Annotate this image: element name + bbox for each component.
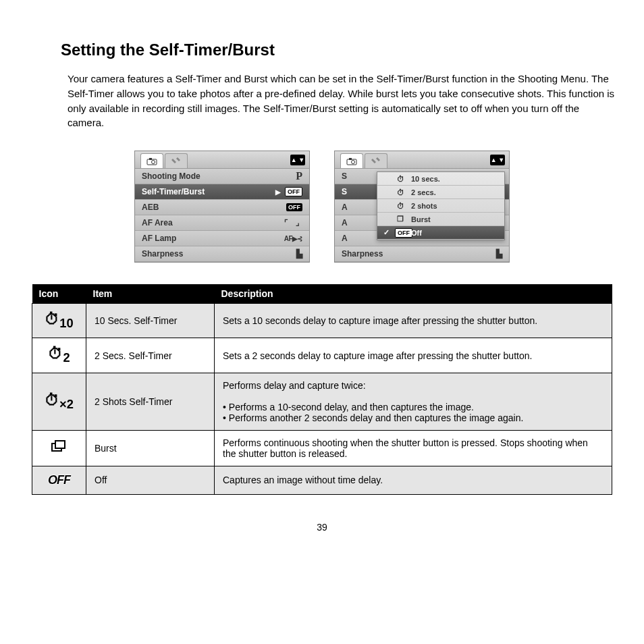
burst-icon: ❐ [395, 215, 406, 223]
af-area-icon: ⌜ ⌟ [284, 218, 302, 227]
menu-shooting-mode[interactable]: Shooting Mode P [135, 169, 309, 184]
wrench-icon [171, 157, 182, 166]
popup-option-burst[interactable]: ❐ Burst [377, 213, 504, 226]
table-row: Burst Performs continuous shooting when … [32, 430, 612, 466]
table-row: ⏱10 10 Secs. Self-Timer Sets a 10 second… [32, 304, 612, 338]
burst-icon [51, 439, 68, 456]
sharpness-icon: ▙ [496, 249, 502, 259]
svg-rect-4 [349, 158, 352, 160]
description-table: Icon Item Description ⏱10 10 Secs. Self-… [32, 284, 612, 495]
page-number: 39 [27, 522, 617, 533]
cell-desc: Performs continuous shooting when the sh… [215, 430, 612, 466]
svg-rect-7 [55, 441, 65, 448]
cell-desc: Sets a 10 seconds delay to capture image… [215, 304, 612, 338]
menu-sharpness-bg: Sharpness ▙ [335, 246, 509, 262]
timer-10-icon: ⏱ [395, 175, 406, 183]
timer-10-icon: ⏱10 [45, 311, 73, 327]
cell-item: Burst [86, 430, 215, 466]
tab-bar: ▲ ▼ [135, 151, 309, 169]
svg-point-5 [352, 160, 355, 163]
tab-setup[interactable] [365, 153, 387, 168]
cell-item: 2 Secs. Self-Timer [86, 338, 215, 373]
table-row: ⏱×2 2 Shots Self-Timer Performs delay an… [32, 373, 612, 430]
svg-point-2 [152, 160, 155, 163]
page-title: Setting the Self-Timer/Burst [61, 41, 617, 59]
cell-desc: Sets a 2 seconds delay to capture image … [215, 338, 612, 373]
th-desc: Description [215, 284, 612, 304]
cell-desc: Performs delay and capture twice: • Perf… [215, 373, 612, 430]
tab-camera[interactable] [340, 153, 363, 168]
tab-camera[interactable] [140, 153, 163, 168]
camera-icon [146, 157, 157, 165]
menu-label: AF Lamp [142, 234, 176, 243]
popup-label: 2 secs. [411, 188, 436, 196]
menu-label: Sharpness [142, 249, 183, 259]
self-timer-popup: ⏱ 10 secs. ⏱ 2 secs. ⏱ 2 shots ❐ Burst ✓… [377, 171, 505, 240]
menu-label: AF Area [142, 218, 173, 227]
timer-2shots-icon: ⏱×2 [45, 392, 74, 408]
check-icon: ✓ [383, 228, 390, 237]
menu-aeb[interactable]: AEB OFF [135, 200, 309, 215]
off-badge-icon: OFF [395, 228, 412, 238]
value-off-badge: OFF [286, 203, 302, 211]
popup-label: Burst [411, 215, 431, 223]
menu-label: Shooting Mode [142, 171, 200, 181]
tab-bar: ▲ ▼ [335, 151, 509, 169]
scroll-arrows[interactable]: ▲ ▼ [290, 155, 305, 165]
table-row: OFF Off Captures an image without time d… [32, 466, 612, 494]
cell-item: Off [86, 466, 215, 494]
sharpness-icon: ▙ [296, 249, 302, 259]
popup-option-10secs[interactable]: ⏱ 10 secs. [377, 172, 504, 186]
camera-menu-screen-2: ▲ ▼ S S A A A Sharpness ▙ ⏱ 10 secs. ⏱ 2… [334, 151, 510, 263]
timer-2shots-icon: ⏱ [395, 202, 406, 210]
timer-2-icon: ⏱2 [48, 345, 70, 362]
cell-item: 2 Shots Self-Timer [86, 373, 215, 430]
popup-option-2shots[interactable]: ⏱ 2 shots [377, 199, 504, 213]
chevron-right-icon: ▶ [275, 188, 281, 196]
value-off-badge: OFF [285, 187, 302, 196]
off-icon: OFF [48, 473, 70, 487]
screenshots-row: ▲ ▼ Shooting Mode P Self-Timer/Burst ▶ O… [27, 151, 617, 263]
menu-af-lamp[interactable]: AF Lamp AF▶⊰ [135, 231, 309, 246]
popup-option-2secs[interactable]: ⏱ 2 secs. [377, 186, 504, 199]
tab-setup[interactable] [165, 153, 188, 168]
menu-label: AEB [142, 203, 159, 212]
intro-paragraph: Your camera features a Self-Timer and Bu… [68, 72, 617, 130]
af-lamp-icon: AF▶⊰ [284, 235, 302, 242]
svg-rect-1 [149, 158, 152, 160]
menu-label: Sharpness [342, 249, 383, 259]
menu-label: Self-Timer/Burst [142, 187, 205, 196]
popup-label: 2 shots [411, 202, 437, 210]
scroll-arrows[interactable]: ▲ ▼ [490, 155, 505, 165]
menu-sharpness[interactable]: Sharpness ▙ [135, 246, 309, 262]
th-icon: Icon [32, 284, 86, 304]
popup-label: Off [411, 229, 422, 237]
popup-option-off[interactable]: ✓ OFF Off [377, 226, 504, 240]
timer-2-icon: ⏱ [395, 188, 406, 196]
cell-item: 10 Secs. Self-Timer [86, 304, 215, 338]
menu-af-area[interactable]: AF Area ⌜ ⌟ [135, 215, 309, 231]
table-row: ⏱2 2 Secs. Self-Timer Sets a 2 seconds d… [32, 338, 612, 373]
menu-self-timer-burst[interactable]: Self-Timer/Burst ▶ OFF [135, 184, 309, 200]
camera-icon [346, 157, 357, 165]
camera-menu-screen-1: ▲ ▼ Shooting Mode P Self-Timer/Burst ▶ O… [134, 151, 310, 263]
cell-desc: Captures an image without time delay. [215, 466, 612, 494]
th-item: Item [86, 284, 215, 304]
wrench-icon [371, 157, 381, 166]
value-p: P [296, 170, 302, 182]
popup-label: 10 secs. [411, 175, 440, 183]
